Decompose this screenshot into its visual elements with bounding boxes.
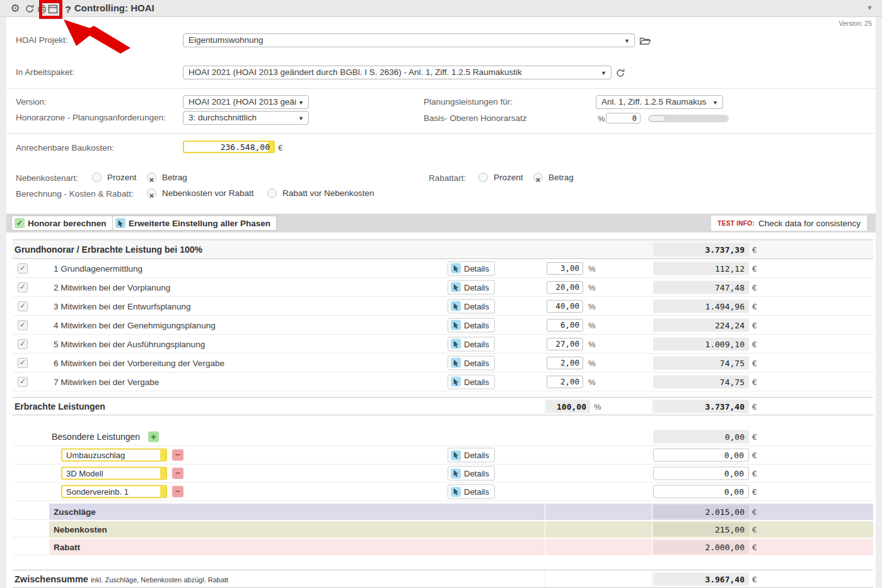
action-toolbar: ✓ Honorar berechnen Erweiterte Einstellu… xyxy=(6,214,876,233)
percent-input[interactable] xyxy=(547,319,583,331)
phase-value: 74,75 xyxy=(653,356,749,369)
add-besondere-leistung-button[interactable]: + xyxy=(148,432,159,442)
rabatt-row: Rabatt 2.000,00 € xyxy=(13,539,873,556)
controlling-hoai-window: ⚙ ? Controlling: HOAI ▼ Version: 25 HOAI… xyxy=(0,0,882,588)
details-button[interactable]: Details xyxy=(448,448,495,463)
rabatt-label: Rabatt xyxy=(54,543,80,552)
besondere-name-input[interactable] xyxy=(61,467,167,480)
phase-checkbox[interactable] xyxy=(18,301,28,311)
phase-checkbox[interactable] xyxy=(18,320,28,330)
phase-row-2: 2 Mitwirken bei der Vorplanung Details %… xyxy=(13,278,873,297)
slider-thumb[interactable] xyxy=(649,115,665,122)
open-folder-icon[interactable] xyxy=(639,35,651,47)
calculate-button[interactable]: ✓ Honorar berechnen xyxy=(11,216,113,231)
besondere-value-input[interactable] xyxy=(653,485,749,499)
phase-label: 5 Mitwirken bei der Ausführungsplanung xyxy=(54,339,205,349)
project-select[interactable]: Eigentumswohnung xyxy=(183,33,635,47)
collapse-caret-icon[interactable]: ▼ xyxy=(866,4,873,11)
phase-value: 112,12 xyxy=(653,262,749,275)
euro-sign: € xyxy=(752,245,757,254)
euro-sign: € xyxy=(752,543,757,552)
cursor-icon xyxy=(451,358,461,368)
remove-besondere-leistung-button[interactable]: – xyxy=(172,468,183,479)
besondere-name-input[interactable] xyxy=(61,485,167,499)
radio-label: Nebenkosten vor Rabatt xyxy=(162,188,254,198)
percent-input[interactable] xyxy=(547,357,583,369)
sync-icon[interactable] xyxy=(614,67,627,79)
percent-input[interactable] xyxy=(547,376,583,388)
settings-icon[interactable]: ⚙ xyxy=(9,3,21,15)
nebenkostenart-prozent-radio[interactable] xyxy=(92,173,102,182)
phase-checkbox[interactable] xyxy=(18,377,28,387)
workpackage-select[interactable]: HOAI 2021 (HOAI 2013 geändert durch BGBl… xyxy=(183,66,612,79)
details-button[interactable]: Details xyxy=(448,261,495,275)
radio-label: Betrag xyxy=(162,173,187,182)
cursor-icon xyxy=(451,468,461,478)
nebenkosten-value: 215,00 xyxy=(653,523,749,536)
workpackage-label: In Arbeitspaket: xyxy=(16,67,74,77)
rabattart-betrag-radio[interactable] xyxy=(533,173,543,182)
nebenkostenart-label: Nebenkostenart: xyxy=(16,173,78,183)
berechnung-rabatt-radio[interactable] xyxy=(267,188,277,198)
percent-sign: % xyxy=(588,358,596,367)
percent-input[interactable] xyxy=(547,281,583,294)
remove-besondere-leistung-button[interactable]: – xyxy=(172,449,183,461)
zwischensumme-label: Zwischensumme inkl. Zuschläge, Nebenkost… xyxy=(15,574,228,584)
percent-input[interactable] xyxy=(547,262,583,275)
euro-sign: € xyxy=(752,507,757,517)
phase-checkbox[interactable] xyxy=(18,339,28,349)
cursor-icon xyxy=(115,218,125,228)
details-button[interactable]: Details xyxy=(448,280,495,294)
details-button[interactable]: Details xyxy=(448,466,495,481)
radio-label: Betrag xyxy=(548,173,574,182)
besondere-value-input[interactable] xyxy=(653,467,749,480)
phase-row-4: 4 Mitwirken bei der Genehmigungsplanung … xyxy=(13,316,873,335)
checkmark-icon: ✓ xyxy=(15,218,25,228)
percent-input[interactable] xyxy=(547,300,583,313)
phase-value: 747,48 xyxy=(653,280,749,294)
rabatt-value: 2.000,00 xyxy=(653,541,749,554)
test-info-tag: TEST INFO: xyxy=(717,220,755,227)
details-button[interactable]: Details xyxy=(448,337,495,351)
euro-sign: € xyxy=(752,525,757,534)
annotation-arrow xyxy=(61,20,134,54)
phase-checkbox[interactable] xyxy=(18,263,28,274)
empty-cell xyxy=(13,521,49,538)
euro-sign: € xyxy=(752,263,757,273)
project-label: HOAI Projekt: xyxy=(16,35,68,45)
cursor-icon xyxy=(451,487,461,497)
refresh-icon[interactable] xyxy=(23,3,36,15)
besondere-value-input[interactable] xyxy=(653,449,749,462)
details-button[interactable]: Details xyxy=(448,299,495,313)
euro-sign: € xyxy=(752,339,757,349)
euro-sign: € xyxy=(752,301,757,311)
nebenkostenart-betrag-radio[interactable] xyxy=(147,173,156,182)
planungsleistungen-select[interactable]: Anl. 1, Ziff. 1.2.5 Raumakus xyxy=(596,95,723,109)
version-select-label: Version: xyxy=(16,97,47,107)
details-button[interactable]: Details xyxy=(448,374,495,389)
basis-slider[interactable] xyxy=(648,115,729,122)
percent-input[interactable] xyxy=(547,338,583,350)
advanced-settings-button[interactable]: Erweiterte Einstellung aller Phasen xyxy=(112,216,277,231)
advanced-settings-button-label: Erweiterte Einstellung aller Phasen xyxy=(129,219,270,228)
rabattart-prozent-radio[interactable] xyxy=(479,173,488,182)
phase-checkbox[interactable] xyxy=(18,358,28,368)
euro-sign: € xyxy=(752,320,757,330)
euro-sign: € xyxy=(752,282,757,292)
phase-checkbox[interactable] xyxy=(18,282,28,292)
baukosten-input[interactable] xyxy=(183,141,275,153)
basis-input[interactable] xyxy=(606,113,641,124)
cursor-icon xyxy=(451,339,461,349)
honorarzone-select[interactable]: 3: durchschnittlich xyxy=(183,111,309,125)
basis-label: Basis- Oberen Honorarsatz xyxy=(424,113,527,123)
details-button[interactable]: Details xyxy=(448,318,495,332)
berechnung-nebenkosten-radio[interactable] xyxy=(147,188,156,198)
remove-besondere-leistung-button[interactable]: – xyxy=(172,486,183,497)
details-button[interactable]: Details xyxy=(448,485,495,499)
phase-row-5: 5 Mitwirken bei der Ausführungsplanung D… xyxy=(13,335,873,354)
help-icon[interactable]: ? xyxy=(62,3,74,15)
besondere-name-input[interactable] xyxy=(61,449,167,462)
euro-sign: € xyxy=(752,358,757,367)
version-select[interactable]: HOAI 2021 (HOAI 2013 geäi xyxy=(183,95,309,109)
details-button[interactable]: Details xyxy=(448,355,495,370)
